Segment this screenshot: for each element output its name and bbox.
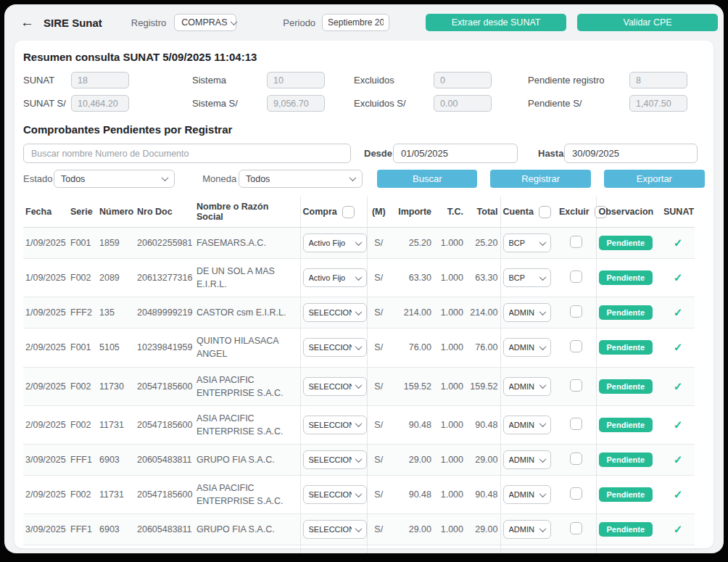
compra-select[interactable]: Activo Fijo xyxy=(303,268,367,287)
back-arrow-icon[interactable]: ← xyxy=(20,15,35,30)
cell-observacion: Pendiente xyxy=(596,297,661,328)
cuenta-select[interactable]: BCP xyxy=(503,234,551,252)
excluir-checkbox[interactable] xyxy=(570,305,582,318)
excluir-checkbox[interactable] xyxy=(570,453,582,465)
buscar-button[interactable]: Buscar xyxy=(377,170,477,188)
cell-tc: 1.000 xyxy=(434,328,466,367)
cell-sunat: ✓ xyxy=(661,476,695,514)
compra-select[interactable]: SELECCIONA xyxy=(303,520,367,539)
cell-excluir xyxy=(557,228,596,259)
excluidos-count-field xyxy=(434,72,492,88)
compra-select-value: SELECCIONA xyxy=(309,455,352,464)
summary-row-counts: SUNAT Sistema Excluidos Pendiente regist… xyxy=(23,72,705,88)
sunat-amount-label: SUNAT S/ xyxy=(23,98,71,109)
hasta-date-input[interactable] xyxy=(564,144,698,163)
compra-select[interactable]: SELECCIONA xyxy=(303,303,367,322)
cuenta-select[interactable]: ADMIN xyxy=(503,450,551,469)
compra-select[interactable]: SELECCIONA xyxy=(303,338,367,357)
excluir-checkbox[interactable] xyxy=(570,270,582,283)
cuenta-select-all-checkbox[interactable] xyxy=(539,206,551,218)
compra-select[interactable]: SELECCIONA xyxy=(303,416,367,434)
cell-compra: SELECCIONA xyxy=(300,328,367,367)
periodo-label: Periodo xyxy=(283,17,315,28)
cell-importe: 63.30 xyxy=(390,259,434,297)
registro-select-value: COMPRAS xyxy=(181,17,227,28)
desde-date-input[interactable] xyxy=(393,144,518,163)
cell-tc: 1.000 xyxy=(434,545,466,553)
cuenta-select[interactable]: ADMIN xyxy=(503,377,551,396)
table-row: 1/09/2025 F001 1859 20602255981 FASEMARS… xyxy=(23,228,695,259)
cell-sunat: ✓ xyxy=(661,405,695,444)
desde-label: Desde xyxy=(364,148,393,159)
cuenta-select[interactable]: ADMIN xyxy=(503,338,551,357)
cell-compra: SELECCIONA xyxy=(300,445,367,476)
chevron-down-icon xyxy=(355,421,362,428)
cell-nro-doc: 20547185600 xyxy=(135,476,194,514)
compra-select-value: Activo Fijo xyxy=(309,273,346,282)
cuenta-select[interactable]: ADMIN xyxy=(503,416,551,434)
excluir-checkbox[interactable] xyxy=(570,340,582,352)
cuenta-select[interactable]: ADMIN xyxy=(503,485,551,504)
cell-numero: 135 xyxy=(97,297,135,328)
cuenta-select-value: ADMIN xyxy=(509,490,534,499)
chevron-down-icon xyxy=(539,381,546,389)
cell-moneda: S/ xyxy=(367,545,390,553)
cell-total: 159.52 xyxy=(466,367,500,405)
cell-total: 214.00 xyxy=(466,297,500,328)
excluir-checkbox[interactable] xyxy=(570,236,582,248)
cuenta-select[interactable]: ADMIN xyxy=(503,520,551,539)
excluir-checkbox[interactable] xyxy=(570,522,582,534)
excluir-checkbox[interactable] xyxy=(570,418,582,430)
cell-excluir xyxy=(557,328,596,367)
sistema-amount-label: Sistema S/ xyxy=(192,98,267,109)
cell-serie: F001 xyxy=(68,328,97,367)
chevron-down-icon xyxy=(355,308,362,315)
cuenta-select[interactable]: BCP xyxy=(503,268,551,287)
periodo-input[interactable] xyxy=(322,14,389,31)
compra-select[interactable]: SELECCIONA xyxy=(303,377,367,396)
registro-select[interactable]: COMPRAS xyxy=(174,14,236,31)
moneda-select[interactable]: Todos xyxy=(239,170,363,188)
top-bar: ← SIRE Sunat Registro COMPRAS Periodo Ex… xyxy=(4,4,724,41)
compra-select[interactable]: SELECCIONA xyxy=(303,485,367,504)
excluir-checkbox[interactable] xyxy=(570,487,582,500)
cell-observacion: Pendiente xyxy=(596,545,661,553)
excluir-checkbox[interactable] xyxy=(570,379,582,392)
nombre-text: ASIA PACIFIC ENTERPRISE S.A.C. xyxy=(197,482,298,508)
cell-moneda: S/ xyxy=(367,228,390,259)
header-compra-label: Compra xyxy=(303,207,337,217)
compra-select[interactable]: SELECCIONA xyxy=(303,450,367,469)
compra-select-all-checkbox[interactable] xyxy=(342,206,355,218)
cell-compra: SELECCIONA xyxy=(300,545,367,553)
extract-sunat-button[interactable]: Extraer desde SUNAT xyxy=(426,14,566,31)
compra-select[interactable]: Activo Fijo xyxy=(303,234,367,252)
header-sunat: SUNAT xyxy=(661,197,695,228)
validate-cpe-button[interactable]: Validar CPE xyxy=(577,14,718,31)
excluidos-amount-label: Excluidos S/ xyxy=(354,98,434,109)
cell-moneda: S/ xyxy=(367,445,390,476)
nombre-text: ASIA PACIFIC ENTERPRISE S.A.C. xyxy=(197,551,298,553)
cell-moneda: S/ xyxy=(367,476,390,514)
chevron-down-icon xyxy=(355,455,362,463)
app-title: SIRE Sunat xyxy=(44,17,102,29)
cell-nombre: FASEMARS.A.C. xyxy=(194,228,300,259)
cell-importe: 90.48 xyxy=(390,545,434,553)
sunat-check-icon: ✓ xyxy=(674,306,683,318)
cell-fecha: 2/09/2025 xyxy=(23,545,68,553)
cuenta-select[interactable]: ADMIN xyxy=(503,303,551,322)
cell-numero: 2089 xyxy=(97,259,135,297)
cell-importe: 90.48 xyxy=(390,476,434,514)
cell-total: 90.48 xyxy=(466,405,500,444)
registrar-button[interactable]: Registrar xyxy=(490,170,590,188)
estado-select-value: Todos xyxy=(61,174,85,184)
cell-nro-doc: 20602255981 xyxy=(135,228,194,259)
cell-importe: 159.52 xyxy=(390,367,434,405)
exportar-button[interactable]: Exportar xyxy=(604,170,705,188)
cell-cuenta: ADMIN xyxy=(500,545,557,553)
search-input[interactable] xyxy=(23,144,351,163)
cell-nombre: ASIA PACIFIC ENTERPRISE S.A.C. xyxy=(194,545,300,553)
status-badge: Pendiente xyxy=(599,379,653,394)
cell-fecha: 2/09/2025 xyxy=(23,328,68,367)
estado-select[interactable]: Todos xyxy=(54,170,175,188)
header-fecha: Fecha xyxy=(23,197,68,228)
